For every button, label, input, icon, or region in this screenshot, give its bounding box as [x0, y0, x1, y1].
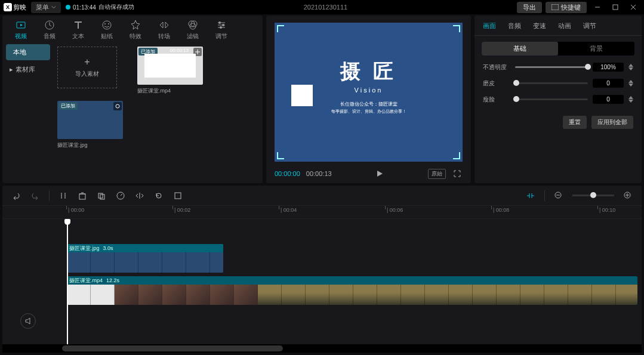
rotate-button[interactable] — [153, 190, 164, 201]
import-label: 导入素材 — [75, 70, 99, 78]
preview-text-2: 每季摄影、设计、剪辑、办公品教分享！ — [331, 109, 406, 115]
mirror-button[interactable] — [134, 190, 145, 201]
ruler-mark: | 00:08 — [493, 207, 509, 213]
timeline-ruler[interactable]: | 00:00| 00:02| 00:04| 00:06| 00:08| 00:… — [2, 206, 642, 219]
close-button[interactable] — [626, 0, 640, 14]
preview-subtitle: Vision — [355, 87, 383, 94]
crop-handle-br[interactable] — [453, 152, 460, 159]
menu-dropdown[interactable]: 菜单 — [31, 2, 61, 13]
media-grid: + 导入素材 已添加 00:00:13 摄匠课堂.mp4 已添加 — [54, 43, 263, 183]
prop-tab-0[interactable]: 画面 — [479, 19, 500, 33]
crop-handle-tl[interactable] — [277, 25, 284, 32]
ruler-mark: | 00:00 — [68, 207, 84, 213]
project-name: 202101230111 — [139, 4, 512, 11]
tab-transition[interactable]: 转场 — [154, 19, 174, 41]
prop-subtab-0[interactable]: 基础 — [482, 42, 558, 55]
undo-button[interactable] — [11, 190, 21, 201]
shortcut-button[interactable]: 快捷键 — [546, 2, 587, 13]
playhead[interactable] — [67, 219, 68, 344]
timeline-clip-0[interactable]: 摄匠课堂.jpg3.0s — [67, 244, 223, 273]
snap-toggle[interactable] — [525, 190, 536, 201]
prop-tab-1[interactable]: 音频 — [504, 19, 525, 33]
prop-tab-3[interactable]: 动画 — [554, 19, 575, 33]
value-box-1[interactable]: 0 — [593, 79, 624, 88]
properties-panel: 画面音频变速动画调节 基础背景 不透明度 100% 磨皮 0 瘦脸 0 重置 应… — [474, 16, 642, 183]
value-box-2[interactable]: 0 — [593, 95, 624, 104]
tab-effect[interactable]: 特效 — [125, 19, 146, 41]
prop-subtab-1[interactable]: 背景 — [558, 42, 634, 55]
tab-text[interactable]: 文本 — [68, 19, 88, 41]
scrollbar-thumb[interactable] — [62, 345, 283, 351]
sidebar-item-素材库[interactable]: ▸素材库 — [2, 61, 54, 78]
timeline-panel: | 00:00| 00:02| 00:04| 00:06| 00:08| 00:… — [2, 186, 642, 353]
preview-canvas[interactable]: 摄 匠 Vision 长住微信公众号：摄匠课堂 每季摄影、设计、剪辑、办公品教分… — [275, 23, 463, 162]
svg-point-5 — [104, 23, 106, 24]
time-total: 00:00:13 — [306, 170, 332, 177]
mute-track-button[interactable] — [20, 313, 36, 329]
track-gutter — [2, 219, 56, 344]
tab-audio[interactable]: 音频 — [39, 19, 60, 41]
media-clip-image[interactable]: 已添加 摄匠课堂.jpg — [57, 101, 123, 149]
sticker-icon — [100, 19, 113, 31]
media-sidebar: 本地▸素材库 — [2, 43, 54, 183]
prop-row-2: 瘦脸 0 — [474, 91, 642, 107]
spinner-0[interactable] — [628, 64, 633, 70]
plus-icon: + — [84, 57, 90, 67]
speed-button[interactable] — [115, 190, 126, 201]
svg-point-11 — [222, 24, 224, 26]
prop-tab-2[interactable]: 变速 — [529, 19, 550, 33]
add-to-track-icon[interactable] — [113, 102, 122, 110]
svg-rect-18 — [175, 193, 181, 199]
tab-adjust[interactable]: 调节 — [211, 19, 232, 41]
slider-2[interactable] — [515, 98, 588, 100]
value-box-0[interactable]: 100% — [593, 63, 624, 72]
svg-point-6 — [108, 23, 109, 24]
crop-handle-bl[interactable] — [277, 152, 284, 159]
crop-handle-tr[interactable] — [453, 25, 460, 32]
zoom-slider[interactable] — [572, 195, 614, 196]
props-tabs: 画面音频变速动画调节 — [474, 16, 642, 36]
fullscreen-button[interactable] — [452, 168, 463, 179]
svg-point-12 — [220, 26, 222, 29]
audio-icon — [43, 19, 56, 31]
ratio-button[interactable]: 原始 — [428, 169, 446, 179]
slider-0[interactable] — [515, 66, 588, 68]
clip-header: 摄匠课堂.mp412.2s — [67, 276, 637, 285]
sidebar-item-本地[interactable]: 本地 — [6, 44, 50, 60]
clip-header: 摄匠课堂.jpg3.0s — [67, 244, 223, 252]
slider-1[interactable] — [515, 82, 588, 84]
reset-button[interactable]: 重置 — [563, 116, 587, 129]
text-icon — [72, 19, 85, 31]
delete-button[interactable] — [77, 190, 88, 201]
titlebar-right: 导出 快捷键 — [517, 0, 640, 14]
timeline-clip-1[interactable]: 摄匠课堂.mp412.2s — [67, 276, 637, 305]
apply-all-button[interactable]: 应用到全部 — [591, 116, 633, 129]
cut-button[interactable] — [172, 190, 183, 201]
svg-point-10 — [218, 21, 221, 24]
tab-video[interactable]: 视频 — [11, 19, 31, 41]
split-button[interactable] — [58, 190, 69, 201]
redo-button[interactable] — [30, 190, 41, 201]
tab-filter[interactable]: 滤镜 — [183, 19, 203, 41]
import-button[interactable]: + 导入素材 — [57, 47, 117, 88]
timeline-toolbar — [2, 186, 642, 206]
svg-point-13 — [116, 104, 119, 108]
export-button[interactable]: 导出 — [517, 2, 542, 13]
spinner-1[interactable] — [628, 80, 633, 87]
maximize-button[interactable] — [608, 0, 623, 14]
timeline-scrollbar[interactable] — [2, 344, 642, 353]
timeline-tracks[interactable]: 摄匠课堂.jpg3.0s 摄匠课堂.mp412.2s — [2, 219, 642, 344]
media-clip-video[interactable]: 已添加 00:00:13 摄匠课堂.mp4 — [137, 47, 203, 95]
props-subtabs: 基础背景 — [482, 42, 634, 55]
zoom-in-button[interactable] — [623, 190, 633, 201]
crop-button[interactable] — [96, 190, 107, 201]
autosave-indicator: 01:13:44 自动保存成功 — [66, 3, 134, 11]
zoom-out-button[interactable] — [553, 190, 564, 201]
qr-icon — [291, 85, 313, 106]
effect-icon — [129, 19, 142, 31]
prop-tab-4[interactable]: 调节 — [580, 19, 600, 33]
minimize-button[interactable] — [590, 0, 605, 14]
play-button[interactable] — [374, 168, 385, 179]
tab-sticker[interactable]: 贴纸 — [97, 19, 117, 41]
spinner-2[interactable] — [628, 96, 633, 103]
